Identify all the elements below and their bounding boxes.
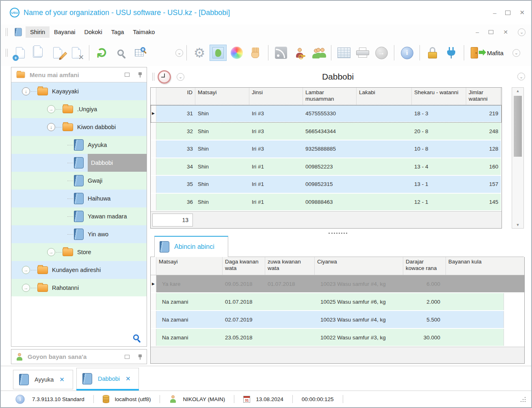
search-grid-button[interactable] [131,45,148,61]
table-row[interactable]: 36 Shin Iri #1 009888463 12 - 1 145 [151,194,502,212]
app-book-icon[interactable] [15,28,22,36]
scrollbar-thumb[interactable] [514,96,522,157]
color-theme-button[interactable] [228,45,245,61]
lock-button[interactable] [424,45,441,61]
user-group-button[interactable] [310,45,327,61]
column-header-matsayi[interactable]: Matsayi [195,88,249,105]
rss-feed-button[interactable] [272,45,290,61]
tree-item-yin-awo[interactable]: Yin awo [11,225,147,243]
plugin-button[interactable] [443,45,460,61]
user-permissions-button[interactable] [291,45,308,61]
minimize-button[interactable]: – [493,9,496,16]
print-button[interactable] [354,45,371,61]
panel-window-icon[interactable] [125,355,130,359]
column-header-darajar[interactable]: Darajar kowace rana [403,257,446,275]
grid-dropdown-icon[interactable]: ⌄ [517,73,525,80]
go-next-button[interactable]: → [373,45,390,61]
column-header-jimlar[interactable]: Jimlar watanni [466,88,501,105]
menu-item-bayanai[interactable]: Bayanai [50,26,80,38]
hand-pan-button[interactable] [247,45,264,61]
delete-record-button[interactable]: ✕ [68,45,85,61]
column-header-ciyarwa[interactable]: Ciyarwa [315,257,403,275]
table-export-button[interactable] [335,45,353,61]
menu-item-taga[interactable]: Taga [107,26,128,38]
table-row[interactable]: Na zamani 02.07.2019 10023 Wasu samfur #… [151,311,524,329]
collapse-icon[interactable]: ↓ [47,123,55,131]
tree-search-icon[interactable] [133,335,139,340]
close-button[interactable]: ✕ [519,9,525,16]
resize-grip[interactable] [520,396,526,402]
menu-item-shirin[interactable]: Shirin [26,26,50,38]
column-header-daga[interactable]: Daga kwanan wata [223,257,265,275]
menubar-dropdown-icon[interactable]: ⌄ [518,28,526,36]
mdi-minimize-button[interactable]: – [476,29,479,35]
map-button[interactable] [210,45,227,61]
detail-tab-label: Abincin abinci [174,243,214,250]
tree-item-ayyuka[interactable]: Ayyuka [11,136,147,154]
tree-item-haihuwa[interactable]: Haihuwa [11,190,147,207]
edit-record-button[interactable] [49,45,66,61]
mdi-close-button[interactable]: ✕ [503,29,508,35]
column-header-lakabi[interactable]: Laƙabi [357,88,412,105]
table-row[interactable]: 32 Shin Iri #3 5665434344 20 - 8 248 [151,123,502,140]
scroll-up-icon[interactable]: ▲ [516,88,520,94]
settings-gear-button[interactable]: ⚙ [191,45,208,61]
tree-item-kiwon-dabbobi[interactable]: ↓ Kiwon dabbobi [11,118,147,136]
menubar-grip[interactable] [6,28,8,36]
table-row[interactable]: 34 Shin Iri #1 009852223 13 - 4 160 [151,158,502,176]
tab-abincin-abinci[interactable]: Abincin abinci [154,236,228,257]
search-button[interactable] [112,45,129,61]
refresh-button[interactable]: ↻ [93,45,110,61]
tree-item-gwaji[interactable]: Gwaji [11,172,147,190]
tree-item-kayayyaki[interactable]: ↓ Kayayyaki [11,82,147,100]
support-panel[interactable]: Goyon bayan sana'a [11,349,147,364]
new-record-button[interactable]: + [12,45,29,61]
tab-close-icon[interactable]: ✕ [59,376,65,383]
table-row[interactable]: ▶ Ya ƙare 09.05.2018 01.07.2018 10023 Wa… [151,275,524,293]
scroll-down-icon[interactable]: ▼ [516,222,520,228]
toolbar-dropdown-icon[interactable]: ⌄ [175,49,183,57]
pin-icon[interactable] [138,72,143,78]
table-row[interactable]: 35 Shin Iri #1 009852315 13 - 1 157 [151,176,502,194]
column-header-kula[interactable]: Bayanan kula [446,257,504,275]
expand-icon[interactable]: → [47,248,55,256]
menu-item-dokoki[interactable]: Dokoki [80,26,106,38]
exit-button-label[interactable]: Mafita [487,50,504,56]
tree-item-rahotanni[interactable]: → Rahotanni [11,279,147,296]
pin-icon[interactable] [138,354,143,360]
column-header-zuwa[interactable]: zuwa kwanan wata [265,257,315,275]
menu-item-taimako[interactable]: Taimako [128,26,159,38]
tree-item-kundayen-adireshi[interactable]: → Kundayen adireshi [11,261,147,279]
column-header-matsayi[interactable]: Matsayi [156,257,223,275]
table-row[interactable]: 33 Shin Iri #3 9325888885 10 - 8 128 [151,140,502,158]
column-header-id[interactable]: ID [156,88,195,105]
tree-item-dabbobi-selected[interactable]: Dabbobi [11,154,147,172]
mdi-restore-button[interactable] [489,30,493,34]
expand-icon[interactable]: → [47,105,55,113]
collapse-icon[interactable]: ↓ [22,87,30,95]
column-header-shekaru[interactable]: Shekaru - watanni [412,88,466,105]
tree-item-store[interactable]: → Store [11,243,147,261]
copy-record-button[interactable] [30,45,48,61]
support-person-icon [16,353,23,361]
page-tab-dabbobi-active[interactable]: Dabbobi ✕ [76,368,139,389]
table-row[interactable]: Na zamani 01.07.2018 10025 Wasu samfur #… [151,293,524,311]
toolbar-grip[interactable] [6,49,8,57]
tree-item-ungiya[interactable]: → .Ungiya [11,100,147,118]
tree-item-yawan-madara[interactable]: Yawan madara [11,207,147,225]
tab-close-icon[interactable]: ✕ [125,375,131,382]
expand-icon[interactable]: → [22,284,30,292]
expand-icon[interactable]: → [22,266,30,274]
page-tab-ayyuka[interactable]: Ayyuka ✕ [13,370,73,389]
toolbar-right-dropdown-icon[interactable]: ⌄ [513,49,520,57]
table-row[interactable]: ▶ 31 Shin Iri #3 4575555330 18 - 3 219 [151,105,502,123]
column-header-jinsi[interactable]: Jinsi [249,88,303,105]
maximize-button[interactable] [505,11,510,15]
vertical-scrollbar[interactable]: ▲ ▼ [512,87,524,229]
column-header-lambar[interactable]: Lambar musamman [303,88,357,105]
info-button[interactable]: i [398,45,415,61]
exit-door-icon[interactable] [468,45,485,61]
panel-restore-icon[interactable] [125,73,130,77]
table-row[interactable]: Na zamani 23.05.2018 10022 Wasu samfur #… [151,329,524,347]
horizontal-splitter[interactable] [149,230,527,236]
